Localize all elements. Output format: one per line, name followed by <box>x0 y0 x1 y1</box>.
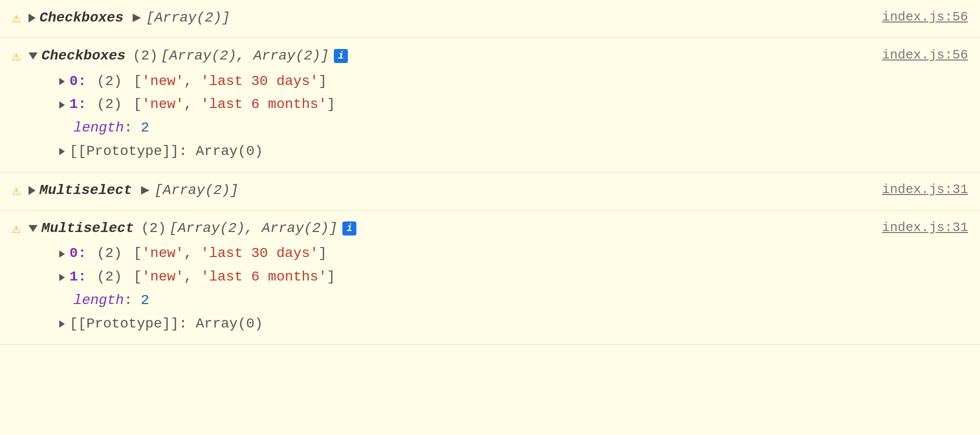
prototype-label-4: [[Prototype]]: Array(0) <box>70 313 263 336</box>
log-content-2: Checkboxes (2) [Array(2), Array(2)] i in… <box>29 45 968 163</box>
bracket-open-2-1: [ <box>133 94 142 116</box>
log-header-3: Multiselect ▶ [Array(2)] index.js:31 <box>29 180 968 202</box>
array-item-4-0: 0: (2) [ 'new' , 'last 30 days' ] <box>59 242 968 265</box>
header-left-2: Checkboxes (2) [Array(2), Array(2)] i <box>29 45 862 68</box>
bracket-close-4-0: ] <box>318 242 327 265</box>
log-entry-3: ⚠ Multiselect ▶ [Array(2)] index.js:31 <box>0 172 980 210</box>
expanded-content-2: 0: (2) [ 'new' , 'last 30 days' ] 1: (2)… <box>29 70 968 163</box>
prototype-label-2: [[Prototype]]: Array(0) <box>70 140 263 163</box>
array-preview-2: [Array(2), Array(2)] <box>161 45 329 68</box>
array-preview-3: [Array(2)] <box>155 180 239 202</box>
header-left-1: Checkboxes ▶ [Array(2)] <box>29 7 862 30</box>
bracket-close-4-1: ] <box>327 266 335 288</box>
item-expand-2-1[interactable] <box>59 102 65 108</box>
log-entry-4: ⚠ Multiselect (2) [Array(2), Array(2)] i… <box>0 210 980 345</box>
length-value-4: 2 <box>141 290 149 312</box>
bracket-close-2-1: ] <box>327 94 335 116</box>
header-left-4: Multiselect (2) [Array(2), Array(2)] i <box>29 218 862 240</box>
log-content-4: Multiselect (2) [Array(2), Array(2)] i i… <box>29 218 968 336</box>
log-entry-2: ⚠ Checkboxes (2) [Array(2), Array(2)] i … <box>0 38 980 172</box>
count-prefix-2: (2) <box>133 45 158 68</box>
item-val-4-0-0: 'new' <box>142 242 184 265</box>
item-expand-2-0[interactable] <box>59 78 65 85</box>
item-val-2-0-0: 'new' <box>142 70 184 93</box>
bracket-comma-4-1: , <box>184 266 201 288</box>
item-expand-4-0[interactable] <box>59 250 65 258</box>
item-count-4-1: (2) <box>88 266 130 288</box>
log-header-2: Checkboxes (2) [Array(2), Array(2)] i in… <box>29 45 968 68</box>
length-colon-4: : <box>124 290 141 312</box>
warning-icon-4: ⚠ <box>12 218 21 241</box>
expand-toggle-3[interactable] <box>29 186 36 195</box>
expand-toggle-1[interactable] <box>29 14 36 22</box>
item-val-4-1-0: 'new' <box>142 266 184 288</box>
item-count-2-0: (2) <box>88 70 130 93</box>
length-row-4: length : 2 <box>59 290 968 312</box>
info-badge-4: i <box>342 222 356 236</box>
length-key-4: length <box>74 290 124 312</box>
item-count-2-1: (2) <box>88 94 130 116</box>
length-key-2: length <box>74 117 124 140</box>
file-link-3[interactable]: index.js:31 <box>862 180 968 200</box>
arrow-3: ▶ <box>141 180 150 202</box>
header-left-3: Multiselect ▶ [Array(2)] <box>29 180 862 202</box>
item-index-4-0: 0: <box>70 242 87 265</box>
log-content-1: Checkboxes ▶ [Array(2)] index.js:56 <box>29 7 968 30</box>
array-preview-4: [Array(2), Array(2)] <box>169 218 337 240</box>
item-index-2-0: 0: <box>70 70 87 93</box>
file-link-1[interactable]: index.js:56 <box>862 7 968 28</box>
array-item-2-1: 1: (2) [ 'new' , 'last 6 months' ] <box>59 94 968 116</box>
item-val-2-1-1: 'last 6 months' <box>201 94 327 116</box>
component-name-4: Multiselect <box>42 218 134 240</box>
item-expand-4-1[interactable] <box>59 274 65 280</box>
length-value-2: 2 <box>141 117 149 140</box>
warning-icon-2: ⚠ <box>12 46 21 68</box>
console-panel: ⚠ Checkboxes ▶ [Array(2)] index.js:56 ⚠ … <box>0 0 980 435</box>
item-val-4-0-1: 'last 30 days' <box>201 242 318 265</box>
expanded-content-4: 0: (2) [ 'new' , 'last 30 days' ] 1: (2)… <box>29 242 968 335</box>
component-name-2: Checkboxes <box>42 45 126 68</box>
item-index-2-1: 1: <box>70 94 87 116</box>
bracket-close-2-0: ] <box>318 70 327 93</box>
expand-toggle-4[interactable] <box>29 225 38 232</box>
log-header-1: Checkboxes ▶ [Array(2)] index.js:56 <box>29 7 968 30</box>
info-badge-2: i <box>334 49 348 63</box>
prototype-row-4: [[Prototype]]: Array(0) <box>59 313 968 336</box>
prototype-expand-4[interactable] <box>59 320 65 328</box>
file-link-2[interactable]: index.js:56 <box>862 45 968 66</box>
log-content-3: Multiselect ▶ [Array(2)] index.js:31 <box>29 180 968 202</box>
arrow-1: ▶ <box>133 7 141 30</box>
bracket-comma-4-0: , <box>184 242 201 265</box>
warning-icon-1: ⚠ <box>12 8 21 30</box>
length-colon-2: : <box>124 117 141 140</box>
array-preview-1: [Array(2)] <box>146 7 230 30</box>
component-name-1: Checkboxes <box>40 7 124 30</box>
bracket-open-4-0: [ <box>133 242 142 265</box>
file-link-4[interactable]: index.js:31 <box>862 218 968 238</box>
item-count-4-0: (2) <box>88 242 130 265</box>
count-prefix-4: (2) <box>141 218 166 240</box>
item-val-4-1-1: 'last 6 months' <box>201 266 327 288</box>
expand-toggle-2[interactable] <box>29 52 38 60</box>
bracket-comma-2-1: , <box>184 94 201 116</box>
log-entry-1: ⚠ Checkboxes ▶ [Array(2)] index.js:56 <box>0 0 980 38</box>
bracket-open-2-0: [ <box>133 70 142 93</box>
prototype-expand-2[interactable] <box>59 148 65 155</box>
array-item-4-1: 1: (2) [ 'new' , 'last 6 months' ] <box>59 266 968 288</box>
item-index-4-1: 1: <box>70 266 87 288</box>
array-item-2-0: 0: (2) [ 'new' , 'last 30 days' ] <box>59 70 968 93</box>
log-header-4: Multiselect (2) [Array(2), Array(2)] i i… <box>29 218 968 240</box>
component-name-3: Multiselect <box>40 180 132 202</box>
item-val-2-1-0: 'new' <box>142 94 184 116</box>
bracket-comma-2-0: , <box>184 70 201 93</box>
item-val-2-0-1: 'last 30 days' <box>201 70 318 93</box>
length-row-2: length : 2 <box>59 117 968 140</box>
prototype-row-2: [[Prototype]]: Array(0) <box>59 140 968 163</box>
warning-icon-3: ⚠ <box>12 180 21 203</box>
bracket-open-4-1: [ <box>133 266 142 288</box>
